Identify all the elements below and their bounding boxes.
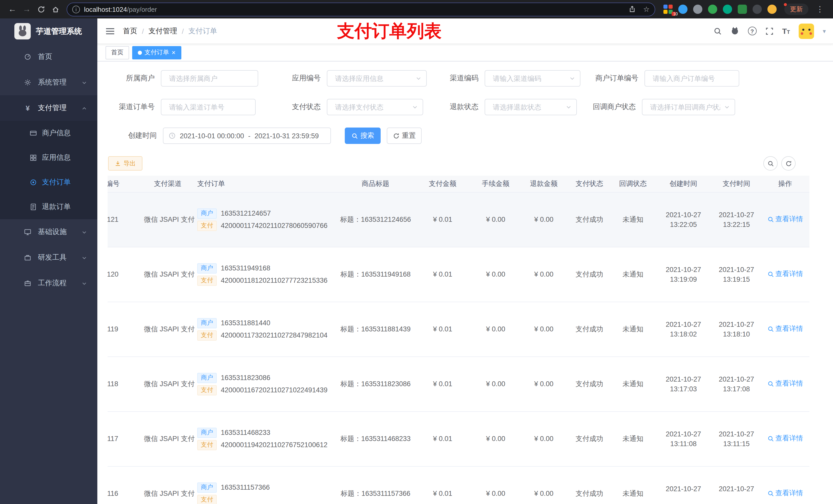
payment-submenu: 商户信息 应用信息 支付订单 [0,121,97,219]
export-button[interactable]: 导出 [108,156,142,171]
filter-label: 支付状态 [270,102,327,112]
extension-puzzle-icon[interactable] [753,5,762,14]
sidebar-item-dev-tools[interactable]: 研发工具 [0,245,97,270]
notify-status-select[interactable] [642,99,735,115]
view-detail-link[interactable]: 查看详情 [767,215,803,224]
merchant-input[interactable] [161,71,258,86]
payment-order-cell: 商户 1635311157366 支付 [195,466,337,504]
pay-status-cell: 支付成功 [568,357,611,411]
sidebar-item-infra[interactable]: 基础设施 [0,219,97,245]
help-icon[interactable]: ? [748,27,756,35]
browser-forward-button[interactable]: → [20,2,34,16]
sidebar-item-merchant-info[interactable]: 商户信息 [0,121,97,145]
chevron-down-icon[interactable]: ▾ [823,27,826,34]
address-bar[interactable]: i localhost:1024/pay/order ☆ [67,2,655,16]
sidebar-item-label: 工作流程 [38,279,67,288]
merchant-order-no-input[interactable] [645,71,739,86]
browser-chrome: ← → i localhost:1024/pay/order ☆ 10 [0,0,833,19]
tab-pay-order[interactable]: 支付订单 × [132,46,181,59]
table-row: 117 微信 JSAPI 支付 商户 1635311468233 支付 4200… [108,411,809,466]
extension-chat-icon[interactable] [738,5,747,14]
table-toolbar: 导出 [108,156,823,171]
tab-home[interactable]: 首页 [105,46,129,59]
view-detail-link[interactable]: 查看详情 [767,379,803,388]
browser-refresh-button[interactable] [34,2,48,16]
toggle-search-button[interactable] [763,156,778,171]
github-icon[interactable] [730,27,739,35]
merchant-order-no: 1635311468233 [221,429,270,436]
extension-pin-icon[interactable] [678,5,688,14]
col-header-pay-time: 支付时间 [712,176,761,192]
sidebar-toggle-icon[interactable] [105,27,115,35]
reset-button[interactable]: 重置 [387,127,422,144]
browser-update-button[interactable]: 更新 [784,4,808,15]
filter-notify-status: 回调商户状态 [586,99,735,115]
sidebar-item-pay-order[interactable]: 支付订单 [0,170,97,195]
refresh-table-button[interactable] [781,156,795,171]
order-id-cell: 117 [108,411,141,466]
extension-circle-icon[interactable] [693,5,703,14]
filter-label: 回调商户状态 [586,102,642,112]
sidebar-item-home[interactable]: 首页 [0,44,97,70]
extension-grid-icon[interactable]: 10 [663,5,673,14]
breadcrumb-payment[interactable]: 支付管理 [148,26,177,35]
view-detail-link[interactable]: 查看详情 [767,489,803,498]
site-info-icon[interactable]: i [72,5,80,13]
product-title-cell: 标题：1635311823086 [337,357,414,411]
update-label: 更新 [790,5,803,14]
toolbox-icon [24,254,32,261]
pay-time-cell: 2021-10-2713:11:15 [712,411,761,466]
sidebar-item-label: 研发工具 [38,253,67,262]
refund-amount-cell: ¥ 0.00 [520,302,568,357]
pay-status-cell: 支付成功 [568,411,611,466]
font-size-icon[interactable]: TT [782,27,790,35]
sidebar-item-label: 首页 [38,52,52,62]
extension-check-icon[interactable] [723,5,732,14]
sidebar-item-payment[interactable]: ¥ 支付管理 [0,95,97,121]
filter-channel-order-no: 渠道订单号 [104,99,256,115]
table-row: 118 微信 JSAPI 支付 商户 1635311823086 支付 4200… [108,357,809,411]
breadcrumb-home[interactable]: 首页 [123,26,137,35]
view-detail-link[interactable]: 查看详情 [767,434,803,443]
filter-merchant-order-no: 商户订单编号 [588,70,739,87]
briefcase-icon [24,280,32,287]
search-button[interactable]: 搜索 [345,127,381,144]
col-header-fee: 手续金额 [471,176,520,192]
sidebar-menu: 首页 系统管理 ¥ 支付管理 [0,44,97,296]
chevron-down-icon [412,104,418,110]
channel-code-select[interactable] [485,71,580,86]
bookmark-star-icon[interactable]: ☆ [643,5,649,13]
extension-avatar-icon[interactable] [767,5,777,14]
avatar[interactable] [799,23,814,39]
channel-order-no: 4200001167202110271022491439 [221,386,327,394]
app-logo: 芋道管理系统 [0,19,97,44]
app-id-select[interactable] [327,71,426,86]
refund-status-select[interactable] [485,99,576,115]
notify-status-cell: 未通知 [611,302,655,357]
browser-menu-icon[interactable]: ⋮ [814,5,826,14]
filter-label: 渠道订单号 [104,102,161,112]
fullscreen-icon[interactable] [765,27,773,35]
sidebar-item-refund-order[interactable]: 退款订单 [0,195,97,219]
merchant-tag: 商户 [197,263,217,273]
sidebar-item-app-info[interactable]: 应用信息 [0,145,97,170]
view-detail-link[interactable]: 查看详情 [767,325,803,334]
view-detail-link[interactable]: 查看详情 [767,270,803,279]
sidebar-item-workflow[interactable]: 工作流程 [0,270,97,296]
pay-status-select[interactable] [327,99,423,115]
fee-amount-cell: ¥ 0.00 [471,192,520,247]
extension-circle-icon[interactable] [708,5,717,14]
channel-order-no-input[interactable] [161,99,255,115]
pay-tag: 支付 [197,440,217,450]
share-icon[interactable] [629,6,636,13]
browser-back-button[interactable]: ← [5,2,20,16]
date-range-input[interactable]: 2021-10-01 00:00:00 - 2021-10-31 23:59:5… [163,127,331,144]
browser-home-button[interactable] [48,2,63,16]
search-icon[interactable] [713,27,721,35]
create-time-cell: 2021-10-2713:19:09 [655,247,712,302]
close-icon[interactable]: × [172,49,175,56]
sidebar-item-label: 应用信息 [42,153,71,162]
sidebar-item-system[interactable]: 系统管理 [0,70,97,95]
pay-channel-cell: 微信 JSAPI 支付 [141,357,195,411]
table-row: 120 微信 JSAPI 支付 商户 1635311949168 支付 4200… [108,247,809,302]
